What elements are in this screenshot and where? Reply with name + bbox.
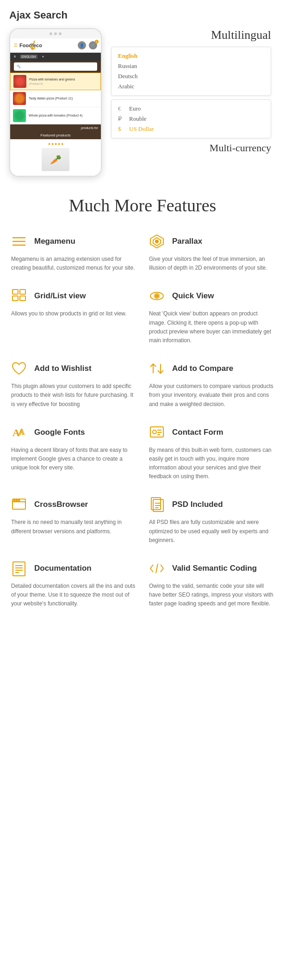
right-panel: Multilingual English Russian Deutsch Ara…	[106, 28, 276, 154]
parallax-desc: Give your visitors the feel of true imme…	[147, 255, 276, 272]
svg-point-25	[16, 500, 18, 501]
feature-compare: Add to Compare Allow your customers to c…	[147, 359, 276, 409]
crossbrowser-icon	[9, 495, 29, 514]
parallax-title: Parallax	[172, 237, 202, 246]
wishlist-desc: This plugin allows your customers to add…	[9, 382, 138, 409]
megamenu-desc: Megamenu is an amazing extension used fo…	[9, 255, 138, 272]
currency-box: € Euro ₽ Rouble $ US Dollar	[111, 99, 271, 138]
svg-point-24	[14, 500, 15, 501]
semantic-desc: Owing to the valid, semantic code your s…	[147, 582, 276, 609]
gridlist-title: Grid/List view	[34, 291, 86, 301]
phone-nav: ≡ ENGLISH ▼	[10, 53, 101, 61]
phone-featured-content: ★★★★★ 🥕	[10, 139, 101, 176]
phone-products-list: Pizza with tomatoes and greens(Product 9…	[10, 73, 101, 124]
svg-rect-9	[20, 296, 25, 301]
phone-featured-img: 🥕	[42, 148, 69, 171]
rouble-label: Rouble	[129, 115, 147, 123]
feature-parallax: Parallax Give your visitors the feel of …	[147, 232, 276, 272]
svg-point-18	[153, 430, 156, 434]
phone-statusbar	[10, 29, 101, 38]
feature-psd: PSD Included All PSD files are fully cus…	[147, 495, 276, 545]
phone-header: ☰ Foodleco 👤 🛒 0	[10, 38, 101, 53]
quickview-icon	[147, 286, 167, 306]
documentation-icon	[9, 559, 29, 578]
feature-parallax-header: Parallax	[147, 232, 276, 251]
phone-featured-stars: ★★★★★	[13, 142, 98, 146]
features-grid: Megamenu Megamenu is an amazing extensio…	[9, 232, 276, 609]
top-content: ☰ Foodleco 👤 🛒 0 ≡ ENGLISH ▼ 🔍	[9, 28, 276, 177]
phone-user-icon: 👤	[78, 41, 86, 49]
semantic-title: Valid Semantic Coding	[172, 564, 257, 573]
feature-psd-header: PSD Included	[147, 495, 276, 514]
product-img-3	[13, 109, 26, 122]
euro-label: Euro	[129, 105, 141, 112]
documentation-title: Documentation	[34, 564, 92, 573]
phone-banner-text: products for	[11, 125, 100, 130]
feature-semantic: Valid Semantic Coding Owing to the valid…	[147, 559, 276, 609]
lang-arabic: Arabic	[118, 81, 264, 92]
svg-point-12	[156, 295, 158, 297]
psd-icon	[147, 495, 167, 514]
feature-compare-header: Add to Compare	[147, 359, 276, 378]
currency-usdollar: $ US Dollar	[118, 124, 264, 134]
ajax-search-section: Ajax Search ☰ Foodleco 👤 🛒 0	[0, 0, 285, 181]
cart-badge: 0	[95, 40, 99, 43]
feature-googlefonts: A A Google Fonts Having a decent library…	[9, 423, 138, 481]
lang-russian: Russian	[118, 61, 264, 71]
phone-banner: products for	[10, 124, 101, 131]
compare-desc: Allow your customers to compare various …	[147, 382, 276, 409]
crossbrowser-title: CrossBrowser	[34, 500, 88, 509]
feature-crossbrowser: CrossBrowser There is no need to manuall…	[9, 495, 138, 545]
multicurrency-title: Multi-currency	[111, 142, 271, 154]
feature-megamenu-header: Megamenu	[9, 232, 138, 251]
feature-contactform-header: Contact Form	[147, 423, 276, 442]
feature-documentation-header: Documentation	[9, 559, 138, 578]
psd-desc: All PSD files are fully customizable and…	[147, 518, 276, 545]
language-box: English Russian Deutsch Arabic	[111, 47, 271, 96]
phone-search-area: 🔍	[10, 61, 101, 73]
phone-cart-icon: 🛒 0	[89, 41, 97, 49]
feature-quickview-header: Quick View	[147, 286, 276, 306]
product-img-1	[13, 75, 26, 88]
currency-rouble: ₽ Rouble	[118, 114, 264, 124]
crossbrowser-desc: There is no need to manually test anythi…	[9, 518, 138, 536]
gridlist-desc: Allows you to show products in grid or l…	[9, 309, 138, 318]
feature-gridlist: Grid/List view Allows you to show produc…	[9, 286, 138, 345]
product-text-3: Whole pizza-with tomatos (Product 4)	[29, 113, 82, 117]
multilingual-title: Multilingual	[111, 28, 271, 42]
megamenu-title: Megamenu	[34, 237, 75, 246]
svg-line-37	[156, 564, 158, 573]
wishlist-title: Add to Wishlist	[34, 364, 92, 373]
phone-featured-section: Featured products	[10, 131, 101, 139]
feature-documentation: Documentation Detailed documentation cov…	[9, 559, 138, 609]
svg-rect-7	[20, 290, 25, 294]
feature-contactform: Contact Form By means of this built-in w…	[147, 423, 276, 481]
semantic-icon	[147, 559, 167, 578]
feature-crossbrowser-header: CrossBrowser	[9, 495, 138, 514]
phone-search-bar: 🔍	[14, 62, 97, 71]
product-text-2: Tasty italian pizza (Product 11)	[29, 96, 73, 100]
svg-rect-32	[13, 562, 25, 576]
features-main-title: Much More Features	[9, 195, 276, 216]
dollar-symbol: $	[118, 125, 125, 133]
compare-title: Add to Compare	[172, 364, 233, 373]
features-section: Much More Features Megamenu Megamenu is …	[0, 181, 285, 623]
contactform-icon	[147, 423, 167, 442]
feature-gridlist-header: Grid/List view	[9, 286, 138, 306]
phone-product-item-2: Tasty italian pizza (Product 11)	[10, 90, 101, 107]
feature-googlefonts-header: A A Google Fonts	[9, 423, 138, 442]
lang-deutsch: Deutsch	[118, 71, 264, 81]
contactform-title: Contact Form	[172, 428, 223, 437]
megamenu-icon	[9, 232, 29, 251]
rouble-symbol: ₽	[118, 115, 125, 123]
googlefonts-desc: Having a decent library of fonts that ar…	[9, 446, 138, 473]
phone-mockup: ☰ Foodleco 👤 🛒 0 ≡ ENGLISH ▼ 🔍	[9, 28, 102, 177]
phone-product-item-3: Whole pizza-with tomatos (Product 4)	[10, 107, 101, 124]
gridlist-icon	[9, 286, 29, 306]
svg-point-26	[19, 500, 20, 501]
feature-megamenu: Megamenu Megamenu is an amazing extensio…	[9, 232, 138, 272]
feature-quickview: Quick View Neat 'Quick view' button appe…	[147, 286, 276, 345]
product-img-2	[13, 92, 26, 105]
ajax-search-title: Ajax Search	[9, 9, 276, 21]
currency-euro: € Euro	[118, 104, 264, 114]
